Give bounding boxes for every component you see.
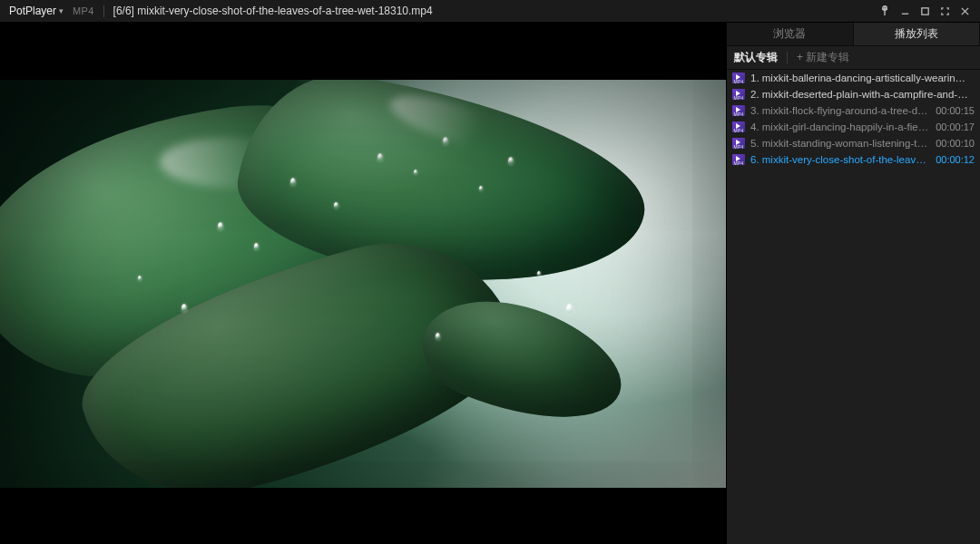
playlist-item[interactable]: 5. mixkit-standing-woman-listening-to-m.… <box>727 135 980 151</box>
app-name-button[interactable]: PotPlayer <box>9 5 56 17</box>
playlist-item-duration: 00:00:15 <box>936 105 975 116</box>
pin-icon[interactable] <box>875 0 895 23</box>
titlebar-separator <box>103 5 104 17</box>
playlist-item[interactable]: 2. mixkit-deserted-plain-with-a-campfire… <box>727 86 980 102</box>
playlist-item-name: 2. mixkit-deserted-plain-with-a-campfire… <box>750 89 969 100</box>
album-separator <box>787 52 788 63</box>
playlist-item[interactable]: 4. mixkit-girl-dancing-happily-in-a-fiel… <box>727 119 980 135</box>
album-new-button[interactable]: + 新建专辑 <box>797 50 849 65</box>
album-default[interactable]: 默认专辑 <box>734 50 778 65</box>
tab-playlist[interactable]: 播放列表 <box>853 23 981 45</box>
titlebar: PotPlayer ▾ MP4 [6/6] mixkit-very-close-… <box>0 0 980 23</box>
playlist-item-duration: 00:00:10 <box>936 138 975 149</box>
file-type-icon <box>732 121 745 132</box>
playlist-item-name: 1. mixkit-ballerina-dancing-artistically… <box>750 73 969 83</box>
sidebar: 浏览器 播放列表 默认专辑 + 新建专辑 1. mixkit-ballerina… <box>726 23 980 544</box>
file-type-icon <box>732 105 745 116</box>
playlist: 1. mixkit-ballerina-dancing-artistically… <box>727 70 980 544</box>
playlist-item[interactable]: 3. mixkit-flock-flying-around-a-tree-dur… <box>727 102 980 119</box>
video-area[interactable] <box>0 23 726 544</box>
sidebar-tabs: 浏览器 播放列表 <box>727 23 980 46</box>
chevron-down-icon[interactable]: ▾ <box>59 6 64 15</box>
main-area: 浏览器 播放列表 默认专辑 + 新建专辑 1. mixkit-ballerina… <box>0 23 980 544</box>
maximize-button[interactable] <box>915 0 935 23</box>
fullscreen-button[interactable] <box>935 0 955 23</box>
file-type-icon <box>732 138 745 149</box>
playlist-item-duration: 00:00:17 <box>936 121 975 132</box>
playlist-item-duration: 00:00:12 <box>936 154 975 165</box>
playlist-item-name: 4. mixkit-girl-dancing-happily-in-a-fiel… <box>750 121 930 132</box>
file-type-icon <box>732 154 745 165</box>
file-type-icon <box>732 89 745 100</box>
format-badge: MP4 <box>73 5 94 16</box>
file-type-icon <box>732 73 745 83</box>
video-frame <box>0 80 726 488</box>
playlist-item-name: 3. mixkit-flock-flying-around-a-tree-dur… <box>750 105 930 116</box>
svg-rect-1 <box>921 7 927 14</box>
close-button[interactable] <box>955 0 975 23</box>
playlist-item[interactable]: 1. mixkit-ballerina-dancing-artistically… <box>727 70 980 86</box>
playlist-item[interactable]: 6. mixkit-very-close-shot-of-the-leaves-… <box>727 151 980 168</box>
album-bar: 默认专辑 + 新建专辑 <box>727 46 980 70</box>
file-title: [6/6] mixkit-very-close-shot-of-the-leav… <box>113 5 433 17</box>
minimize-button[interactable] <box>895 0 915 23</box>
playlist-item-name: 6. mixkit-very-close-shot-of-the-leaves-… <box>750 154 930 165</box>
playlist-item-name: 5. mixkit-standing-woman-listening-to-m.… <box>750 138 930 149</box>
tab-browser[interactable]: 浏览器 <box>727 23 853 45</box>
